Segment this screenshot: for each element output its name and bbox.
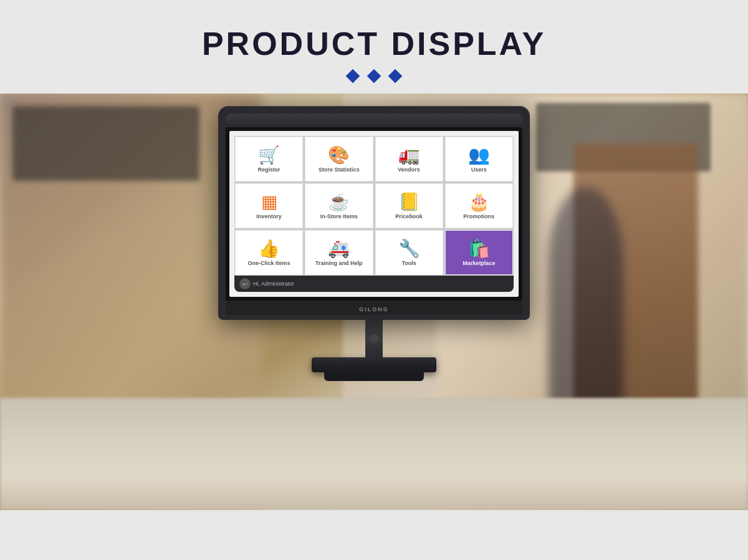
marketplace-icon: 🛍️ (468, 240, 490, 258)
vendors-label: Vendors (398, 167, 420, 173)
bg-counter (0, 398, 748, 510)
pos-monitor: 🛒Register🎨Store Statistics🚛Vendors👥Users… (218, 106, 530, 381)
one-click-items-label: One-Click Items (248, 260, 290, 267)
users-label: Users (471, 167, 487, 173)
inventory-icon: ▦ (261, 193, 277, 211)
diamond-decorations (0, 71, 748, 81)
training-and-help-label: Training and Help (315, 260, 363, 267)
page-title: PRODUCT DISPLAY (0, 25, 748, 62)
monitor-outer: 🛒Register🎨Store Statistics🚛Vendors👥Users… (218, 106, 530, 320)
pricebook-label: Pricebook (395, 213, 423, 220)
brand-label: GILONG (359, 306, 389, 312)
register-icon: 🛒 (258, 147, 280, 164)
promotions-icon: 🎂 (468, 193, 490, 211)
monitor-stand-foot (324, 372, 424, 381)
training-and-help-icon: 🚑 (328, 240, 350, 258)
menu-grid: 🛒Register🎨Store Statistics🚛Vendors👥Users… (234, 136, 514, 276)
in-store-items-icon: ☕ (328, 193, 350, 211)
monitor-screen: 🛒Register🎨Store Statistics🚛Vendors👥Users… (229, 131, 519, 297)
user-greeting: Hi, Administrator (253, 281, 294, 287)
menu-item-tools[interactable]: 🔧Tools (375, 230, 443, 275)
user-indicator: ↩ Hi, Administrator (239, 278, 294, 289)
product-display-section: 🛒Register🎨Store Statistics🚛Vendors👥Users… (0, 94, 748, 510)
store-statistics-label: Store Statistics (319, 167, 360, 173)
menu-item-inventory[interactable]: ▦Inventory (235, 183, 303, 228)
promotions-label: Promotions (463, 213, 494, 220)
users-icon: 👥 (468, 147, 490, 164)
monitor-top-bar (226, 113, 522, 125)
monitor-brand: GILONG (226, 301, 522, 315)
diamond-2 (367, 69, 381, 84)
user-icon: ↩ (239, 278, 251, 289)
menu-item-users[interactable]: 👥Users (445, 137, 513, 181)
store-statistics-icon: 🎨 (328, 147, 350, 164)
inventory-label: Inventory (256, 213, 282, 220)
menu-item-store-statistics[interactable]: 🎨Store Statistics (305, 137, 373, 181)
one-click-items-icon: 👍 (258, 240, 280, 258)
monitor-bottom-bar: ↩ Hi, Administrator (234, 276, 514, 292)
menu-item-one-click-items[interactable]: 👍One-Click Items (235, 230, 303, 275)
menu-item-register[interactable]: 🛒Register (235, 137, 303, 181)
monitor-bezel: 🛒Register🎨Store Statistics🚛Vendors👥Users… (226, 127, 522, 301)
tools-label: Tools (401, 260, 416, 267)
marketplace-label: Marketplace (463, 260, 495, 267)
menu-item-training-and-help[interactable]: 🚑Training and Help (305, 230, 373, 275)
menu-item-in-store-items[interactable]: ☕In-Store Items (305, 183, 373, 228)
menu-item-pricebook[interactable]: 📒Pricebook (375, 183, 443, 228)
monitor-neck (365, 320, 383, 357)
vendors-icon: 🚛 (398, 147, 420, 164)
menu-item-marketplace[interactable]: 🛍️Marketplace (445, 230, 513, 275)
menu-item-vendors[interactable]: 🚛Vendors (375, 137, 443, 181)
tools-icon: 🔧 (398, 240, 420, 258)
monitor-stand (312, 357, 436, 372)
bg-chalkboard-left (12, 106, 199, 181)
diamond-1 (346, 69, 360, 84)
menu-item-promotions[interactable]: 🎂Promotions (445, 183, 513, 228)
diamond-3 (388, 69, 403, 84)
pricebook-icon: 📒 (398, 193, 420, 211)
register-label: Register (258, 167, 280, 173)
in-store-items-label: In-Store Items (320, 213, 358, 220)
header-section: PRODUCT DISPLAY (0, 0, 748, 94)
